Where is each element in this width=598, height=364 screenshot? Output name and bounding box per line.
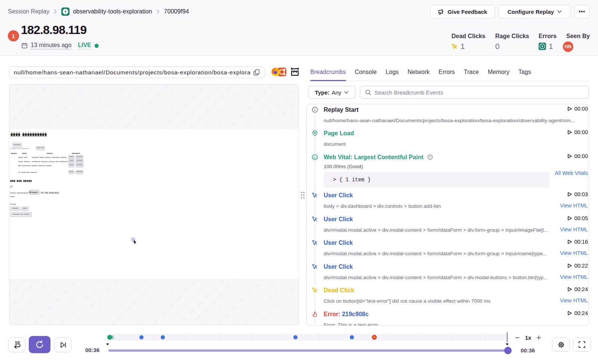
svg-text:?: ? xyxy=(429,155,431,159)
svg-text:10: 10 xyxy=(15,340,20,346)
